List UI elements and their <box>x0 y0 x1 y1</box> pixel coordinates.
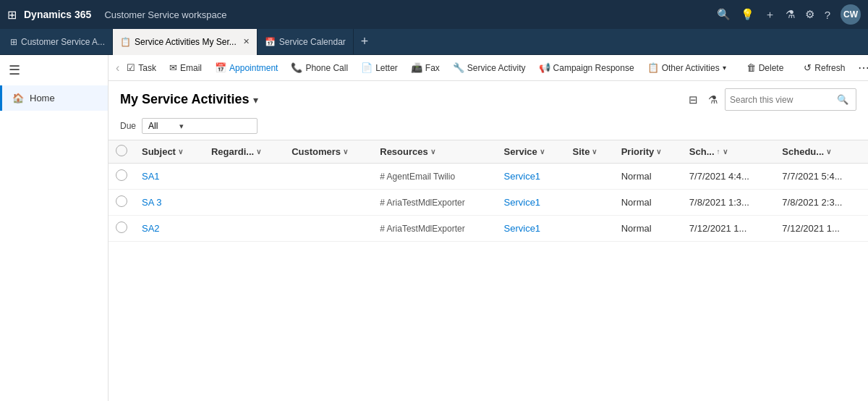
list-filter-icon[interactable]: ⚗ <box>705 90 720 109</box>
cell-schedule-end: 7/8/2021 2:3... <box>775 190 868 216</box>
tab-add-button[interactable]: + <box>354 34 376 49</box>
tab-icon: 📅 <box>265 37 276 47</box>
cell-customers <box>284 190 373 216</box>
cell-site <box>566 216 614 242</box>
sidebar-toggle[interactable]: ☰ <box>0 55 108 85</box>
col-priority-label: Priority <box>621 146 655 157</box>
sidebar-item-home[interactable]: 🏠 Home <box>0 85 108 111</box>
cell-service: Service1 <box>497 216 566 242</box>
search-magnifier-icon[interactable]: 🔍 <box>834 91 851 108</box>
tab-service-activities[interactable]: 📋 Service Activities My Ser... ✕ <box>113 29 258 55</box>
nav-back-icon[interactable]: ‹ <box>116 62 119 75</box>
action-toolbar: ‹ ☑ Task ✉ Email 📅 Appointment 📞 Phone C… <box>109 55 868 81</box>
list-header-actions: ⊟ ⚗ 🔍 <box>686 88 856 111</box>
row-radio[interactable] <box>116 195 127 207</box>
col-service-label: Service <box>504 146 537 157</box>
refresh-button[interactable]: ↺ Refresh <box>798 59 851 76</box>
letter-label: Letter <box>375 63 398 73</box>
col-sch-start[interactable]: Sch... ↑ ∨ <box>682 140 775 164</box>
tab-service-calendar[interactable]: 📅 Service Calendar <box>258 29 354 55</box>
campaign-response-button[interactable]: 📢 Campaign Response <box>533 59 640 76</box>
view-toggle-icon[interactable]: ⊟ <box>686 90 701 109</box>
delete-button[interactable]: 🗑 Delete <box>741 59 790 76</box>
other-activities-button[interactable]: 📋 Other Activities ▾ <box>642 59 732 76</box>
col-subject[interactable]: Subject ∨ <box>135 140 204 164</box>
search-icon[interactable]: 🔍 <box>717 8 731 21</box>
refresh-icon: ↺ <box>804 62 812 73</box>
grid-icon[interactable]: ⊞ <box>7 8 17 22</box>
content-area: ‹ ☑ Task ✉ Email 📅 Appointment 📞 Phone C… <box>109 55 868 401</box>
col-customers-label: Customers <box>292 146 341 157</box>
top-nav-icons: 🔍 💡 ＋ ⚗ ⚙ ? CW <box>717 4 861 25</box>
row-checkbox[interactable] <box>109 216 135 242</box>
letter-button[interactable]: 📄 Letter <box>355 59 404 76</box>
task-button[interactable]: ☑ Task <box>121 59 162 76</box>
col-site[interactable]: Site ∨ <box>566 140 614 164</box>
row-checkbox[interactable] <box>109 190 135 216</box>
fax-label: Fax <box>425 63 440 73</box>
help-icon[interactable]: ? <box>825 9 830 21</box>
campaign-icon: 📢 <box>539 62 550 73</box>
col-schedule-end[interactable]: Schedu... ∨ <box>775 140 868 164</box>
more-button[interactable]: ⋯ <box>852 58 868 77</box>
filter-chevron-icon: ▾ <box>179 122 184 131</box>
cell-site <box>566 190 614 216</box>
filter-value: All <box>148 121 158 131</box>
service-activity-button[interactable]: 🔧 Service Activity <box>447 59 532 76</box>
search-input[interactable] <box>730 95 831 105</box>
list-title-chevron-icon[interactable]: ▾ <box>253 94 258 106</box>
customers-sort-icon: ∨ <box>343 148 348 156</box>
subject-link[interactable]: SA 3 <box>142 197 161 208</box>
top-nav: ⊞ Dynamics 365 Customer Service workspac… <box>0 0 868 29</box>
col-service[interactable]: Service ∨ <box>497 140 566 164</box>
letter-icon: 📄 <box>361 62 373 73</box>
row-radio[interactable] <box>116 169 127 181</box>
email-button[interactable]: ✉ Email <box>163 59 208 76</box>
avatar[interactable]: CW <box>841 4 861 25</box>
col-regarding-label: Regardi... <box>211 146 254 157</box>
filter-icon[interactable]: ⚗ <box>786 8 795 21</box>
lightbulb-icon[interactable]: 💡 <box>741 8 754 21</box>
service-activity-label: Service Activity <box>467 63 526 73</box>
service-link[interactable]: Service1 <box>504 223 541 234</box>
service-link[interactable]: Service1 <box>504 197 541 208</box>
cell-subject: SA2 <box>135 216 204 242</box>
tab-customer-service[interactable]: ⊞ Customer Service A... <box>3 29 113 55</box>
resources-icon: # AriaTestMdlExporter <box>380 198 464 208</box>
col-resources[interactable]: Resources ∨ <box>373 140 496 164</box>
delete-label: Delete <box>759 63 784 73</box>
filter-select[interactable]: All ▾ <box>142 118 258 134</box>
email-icon: ✉ <box>169 62 177 73</box>
tab-close-icon[interactable]: ✕ <box>243 37 250 46</box>
appointment-label: Appointment <box>229 63 278 73</box>
sidebar-home-label: Home <box>30 93 55 104</box>
subject-link[interactable]: SA2 <box>142 223 160 234</box>
subject-link[interactable]: SA1 <box>142 171 160 182</box>
more-icon: ⋯ <box>858 61 868 75</box>
site-sort-icon: ∨ <box>592 148 597 156</box>
cell-schedule-end: 7/7/2021 5:4... <box>775 164 868 190</box>
row-radio[interactable] <box>116 221 127 233</box>
appointment-icon: 📅 <box>215 62 226 73</box>
filter-label: Due <box>120 121 136 131</box>
col-checkbox[interactable] <box>109 140 135 164</box>
table-row: SA2 # AriaTestMdlExporter Service1 Norma… <box>109 216 868 242</box>
col-customers[interactable]: Customers ∨ <box>284 140 373 164</box>
col-regarding[interactable]: Regardi... ∨ <box>204 140 284 164</box>
cell-regarding <box>204 190 284 216</box>
header-radio[interactable] <box>116 145 127 156</box>
task-icon: ☑ <box>127 62 135 73</box>
cell-regarding <box>204 216 284 242</box>
phone-call-button[interactable]: 📞 Phone Call <box>285 59 354 76</box>
sidebar: ☰ 🏠 Home <box>0 55 109 401</box>
home-icon: 🏠 <box>12 93 24 104</box>
appointment-button[interactable]: 📅 Appointment <box>209 59 284 76</box>
settings-icon[interactable]: ⚙ <box>805 8 814 21</box>
service-link[interactable]: Service1 <box>504 171 541 182</box>
row-checkbox[interactable] <box>109 164 135 190</box>
cell-subject: SA 3 <box>135 190 204 216</box>
fax-button[interactable]: 📠 Fax <box>405 59 446 76</box>
plus-icon[interactable]: ＋ <box>765 8 775 22</box>
other-activities-icon: 📋 <box>647 62 659 73</box>
col-priority[interactable]: Priority ∨ <box>614 140 682 164</box>
